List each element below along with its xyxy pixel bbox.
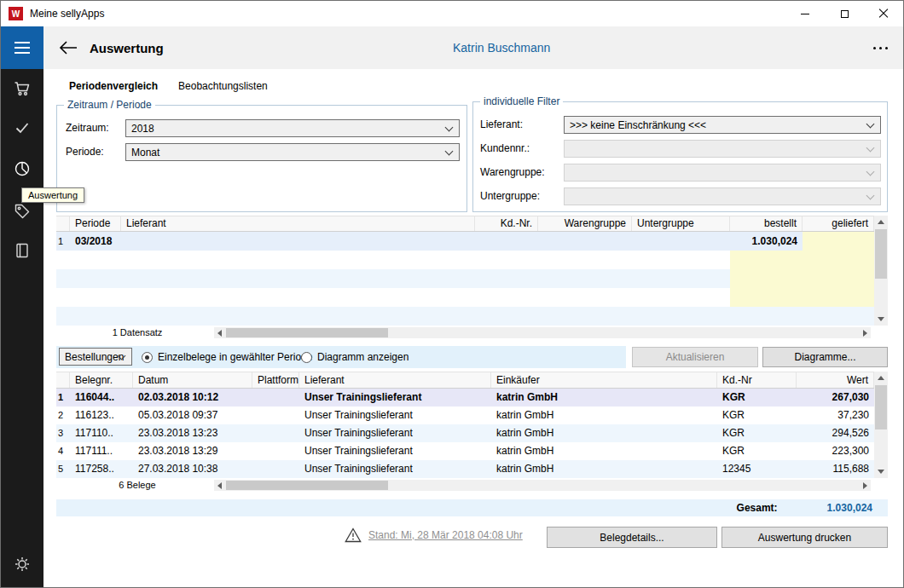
period-table-footer: 1 Datensatz [56, 326, 888, 340]
chevron-down-icon [445, 147, 454, 156]
main-area: Auswertung Katrin Buschmann Periodenverg… [43, 26, 903, 587]
detail-table: Belegnr. Datum Plattform Lieferant Einkä… [56, 372, 888, 478]
zeitraum-select[interactable]: 2018 [125, 119, 460, 137]
table-row[interactable]: 2 116123.. 05.03.2018 09:37 Unser Traini… [56, 406, 874, 424]
column-header-kdnr[interactable]: Kd.-Nr [717, 372, 797, 388]
hamburger-menu-button[interactable] [1, 26, 43, 69]
table-row[interactable]: 4 117111.. 23.03.2018 13:29 Unser Traini… [56, 442, 874, 460]
zeitraum-label: Zeitraum: [66, 119, 109, 137]
table-row[interactable]: 5 117258.. 27.03.2018 10:38 Unser Traini… [56, 460, 874, 478]
arrow-down-icon [878, 470, 884, 474]
app-icon: W [9, 7, 23, 20]
warengruppe-label: Warengruppe: [480, 164, 545, 182]
close-icon [878, 9, 889, 19]
table-row[interactable]: 1 116044.. 02.03.2018 10:12 Unser Traini… [56, 389, 874, 406]
diagramme-button[interactable]: Diagramme... [762, 347, 888, 367]
scroll-left-button[interactable] [214, 327, 225, 338]
column-header-bestellt[interactable]: bestellt [730, 216, 803, 231]
scroll-left-button[interactable] [214, 480, 225, 491]
scrollbar-thumb[interactable] [875, 385, 887, 429]
close-button[interactable] [864, 1, 903, 26]
scroll-right-button[interactable] [860, 480, 871, 491]
scroll-up-button[interactable] [874, 372, 888, 384]
lieferant-select[interactable]: >>> keine Einschränkung <<< [564, 116, 881, 134]
column-header-periode[interactable]: Periode [70, 216, 121, 231]
bestellt-value: 1.030,024 [730, 232, 803, 251]
summary-row: Gesamt: 1.030,024 [56, 499, 888, 516]
period-table-row[interactable]: 1 03/2018 1.030,024 [56, 232, 874, 251]
column-header-kdnr[interactable]: Kd.-Nr. [475, 216, 538, 231]
table-row[interactable]: 3 117110.. 23.03.2018 13:23 Unser Traini… [56, 424, 874, 442]
radio-diagramm[interactable]: Diagramm anzeigen [301, 351, 409, 363]
maximize-button[interactable] [825, 1, 864, 26]
groupbox-zeitraum-periode: Zeitraum / Periode Zeitraum: 2018 Period… [56, 105, 467, 212]
hamburger-icon [14, 42, 30, 43]
groupbox-title: individuelle Filter [480, 95, 563, 107]
doc-type-select[interactable]: Bestellungen [59, 348, 132, 366]
sidebar-item-journal[interactable] [1, 236, 43, 265]
column-header-geliefert[interactable]: geliefert [803, 216, 874, 231]
period-table-empty-row[interactable] [56, 251, 874, 269]
chevron-down-icon [866, 168, 875, 176]
detail-table-vertical-scrollbar[interactable] [874, 372, 888, 478]
column-header-belegnr[interactable]: Belegnr. [70, 372, 133, 388]
scroll-down-button[interactable] [874, 313, 888, 326]
app-window: W Meine sellyApps Auswertun [0, 0, 904, 588]
back-button[interactable] [59, 41, 78, 55]
column-header-einkaeufer[interactable]: Einkäufer [491, 372, 717, 388]
page-header: Auswertung Katrin Buschmann [43, 26, 903, 69]
sidebar-item-auswertung[interactable] [1, 154, 43, 183]
radio-einzelbelege[interactable]: Einzelbelege in gewählter Periode [142, 351, 312, 363]
groupbox-title: Zeitraum / Periode [64, 99, 155, 111]
kundennr-label: Kundennr.: [480, 140, 530, 158]
period-table: Periode Lieferant Kd.-Nr. Warengruppe Un… [56, 216, 888, 326]
record-count: 6 Belege [82, 479, 193, 492]
minimize-icon [801, 14, 809, 14]
lieferant-label: Lieferant: [480, 116, 523, 134]
period-table-vertical-scrollbar[interactable] [874, 216, 888, 326]
scrollbar-thumb[interactable] [226, 328, 388, 337]
sidebar-item-cart[interactable] [1, 74, 43, 103]
chevron-down-icon [866, 144, 875, 153]
kundennr-select [564, 140, 881, 158]
tab-beobachtungslisten[interactable]: Beobachtungslisten [178, 80, 268, 92]
column-header-plattform[interactable]: Plattform [252, 372, 299, 388]
auswertung-drucken-button[interactable]: Auswertung drucken [721, 527, 888, 548]
column-header-warengruppe[interactable]: Warengruppe [538, 216, 632, 231]
periode-select[interactable]: Monat [125, 143, 460, 161]
titlebar: W Meine sellyApps [1, 1, 903, 26]
radio-button-icon [301, 352, 312, 363]
sidebar-item-tasks[interactable] [1, 113, 43, 142]
status-row: Stand: Mi, 28 Mär 2018 04:08 Uhr Belegde… [56, 525, 888, 547]
periode-label: Periode: [66, 143, 104, 161]
arrow-right-icon [863, 330, 867, 337]
period-table-horizontal-scrollbar[interactable] [214, 327, 871, 338]
scroll-down-button[interactable] [874, 465, 888, 478]
column-header-untergruppe[interactable]: Untergruppe [632, 216, 730, 231]
column-header-lieferant[interactable]: Lieferant [121, 216, 475, 231]
pie-chart-icon [14, 160, 31, 177]
scrollbar-thumb[interactable] [875, 229, 887, 279]
belegdetails-button[interactable]: Belegdetails... [547, 527, 717, 548]
arrow-left-icon [217, 482, 222, 489]
scrollbar-thumb[interactable] [226, 481, 388, 490]
period-table-empty-row[interactable] [56, 269, 874, 288]
sidebar-item-settings[interactable] [1, 550, 43, 579]
detail-table-horizontal-scrollbar[interactable] [214, 480, 871, 491]
column-header-wert[interactable]: Wert [797, 372, 874, 388]
window-controls [785, 1, 903, 26]
column-header-lieferant[interactable]: Lieferant [299, 372, 491, 388]
period-table-empty-row[interactable] [56, 288, 874, 307]
tag-icon [14, 203, 31, 220]
tab-periodenvergleich[interactable]: Periodenvergleich [69, 80, 158, 92]
more-button[interactable] [873, 47, 888, 49]
period-table-empty-row[interactable] [56, 307, 874, 326]
tooltip: Auswertung [21, 187, 84, 203]
column-header-datum[interactable]: Datum [133, 372, 252, 388]
minimize-button[interactable] [785, 1, 825, 26]
gesamt-label: Gesamt: [737, 502, 778, 514]
warning-icon [345, 527, 362, 545]
cart-icon [14, 80, 31, 97]
scroll-up-button[interactable] [874, 216, 888, 228]
scroll-right-button[interactable] [860, 327, 871, 338]
